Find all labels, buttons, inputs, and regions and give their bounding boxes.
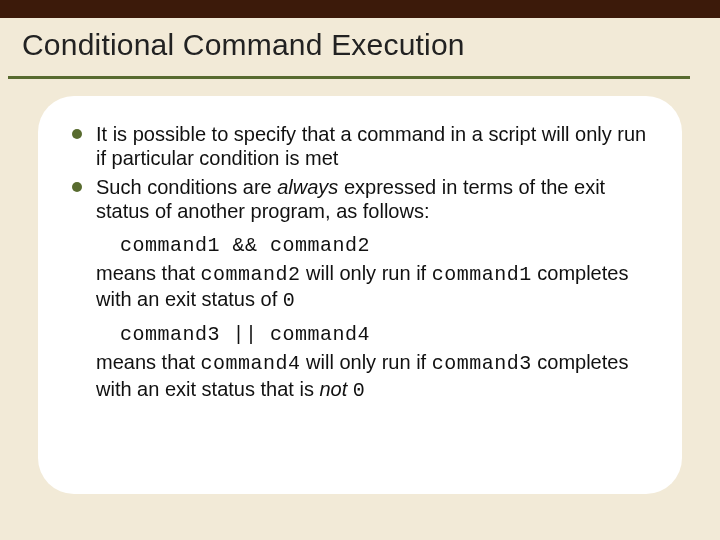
explanation-2: means that command4 will only run if com…: [68, 350, 652, 403]
divider-line: [8, 76, 690, 79]
code-example-1: command1 && command2: [68, 234, 652, 257]
divider-wrap: [0, 76, 720, 79]
slide-title: Conditional Command Execution: [0, 18, 720, 76]
list-item: It is possible to specify that a command…: [68, 122, 652, 171]
code-example-2: command3 || command4: [68, 323, 652, 346]
text: means that: [96, 351, 201, 373]
bullet-text-emph: always: [277, 176, 338, 198]
top-accent-bar: [0, 0, 720, 18]
code-inline: command1: [432, 263, 532, 286]
text: will only run if: [301, 262, 432, 284]
list-item: Such conditions are always expressed in …: [68, 175, 652, 224]
code-inline: command3: [432, 352, 532, 375]
text: means that: [96, 262, 201, 284]
code-inline: command2: [201, 263, 301, 286]
bullet-text-pre: Such conditions are: [96, 176, 277, 198]
explanation-1: means that command2 will only run if com…: [68, 261, 652, 314]
text: will only run if: [301, 351, 432, 373]
code-inline: command4: [201, 352, 301, 375]
bullet-text: It is possible to specify that a command…: [96, 123, 646, 169]
content-panel: It is possible to specify that a command…: [38, 96, 682, 494]
code-inline: 0: [283, 289, 296, 312]
text-emph: not: [319, 378, 347, 400]
bullet-list: It is possible to specify that a command…: [68, 122, 652, 224]
code-inline: 0: [353, 379, 366, 402]
